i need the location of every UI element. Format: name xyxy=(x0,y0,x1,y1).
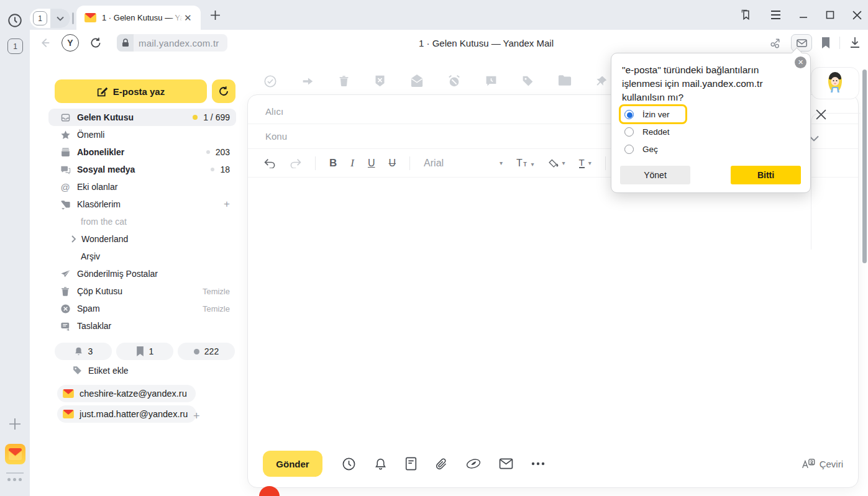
radio-icon[interactable] xyxy=(624,127,634,137)
rail-more-icon[interactable] xyxy=(7,478,22,481)
italic-icon[interactable]: I xyxy=(350,157,354,169)
sidebar-item-wonderland[interactable]: Wonderland xyxy=(48,230,236,248)
close-tab-icon[interactable]: ✕ xyxy=(184,12,192,24)
undo-icon[interactable] xyxy=(264,158,276,168)
delete-icon[interactable] xyxy=(338,74,350,88)
sidebar-item-from-the-cat[interactable]: from the cat xyxy=(48,213,236,230)
user-card[interactable] xyxy=(811,67,859,99)
sidebar-item-important[interactable]: Önemli xyxy=(48,126,236,143)
text-color-icon[interactable]: T▾ xyxy=(579,158,592,168)
sidebar-item-subscriptions[interactable]: Abonelikler 203 xyxy=(48,143,236,161)
downloads-icon[interactable] xyxy=(849,37,861,49)
notify-icon[interactable] xyxy=(374,457,387,471)
attach-from-disk-icon[interactable] xyxy=(466,458,481,470)
label-icon[interactable] xyxy=(521,74,534,88)
to-input[interactable] xyxy=(264,106,669,117)
clear-trash-link[interactable]: Temizle xyxy=(203,287,230,296)
add-folder-button[interactable]: + xyxy=(224,198,230,210)
history-icon[interactable] xyxy=(7,12,23,29)
sidebar-item-inbox[interactable]: Gelen Kutusu 1 / 699 xyxy=(48,109,236,126)
avatar[interactable] xyxy=(826,72,844,94)
star-icon xyxy=(60,130,71,140)
spam-action-icon[interactable] xyxy=(373,74,386,88)
compose-button[interactable]: E-posta yaz xyxy=(55,79,207,103)
sidebar-item-social[interactable]: Sosyal medya 18 xyxy=(48,161,236,178)
maximize-icon[interactable] xyxy=(826,11,834,19)
sidebar-item-my-folders[interactable]: Klasörlerim + xyxy=(48,196,236,213)
redo-icon[interactable] xyxy=(290,158,301,168)
new-tab-button[interactable] xyxy=(210,10,221,20)
attach-file-icon[interactable] xyxy=(435,457,448,471)
reminder-bubble-icon[interactable] xyxy=(485,74,498,88)
forward-icon[interactable] xyxy=(301,74,314,88)
reminders-counter[interactable]: 3 xyxy=(55,343,112,360)
bookmarks-counter[interactable]: 1 xyxy=(116,343,173,360)
share-icon[interactable] xyxy=(769,37,782,49)
template-icon[interactable] xyxy=(405,457,417,471)
check-circle-icon[interactable] xyxy=(263,74,277,88)
sidebar-item-archive[interactable]: Arşiv xyxy=(48,248,236,265)
reload-icon[interactable] xyxy=(89,37,102,49)
folder-label: Klasörlerim xyxy=(77,199,121,209)
underline-icon[interactable]: U xyxy=(368,158,375,169)
font-size-select[interactable]: Tт ▾ xyxy=(516,158,534,169)
account-hatter[interactable]: just.mad.hatter@yandex.ru xyxy=(57,405,196,423)
sidebar-item-sent[interactable]: Gönderilmiş Postalar xyxy=(48,265,236,282)
option-label: Reddet xyxy=(642,127,670,137)
add-label-text: Etiket ekle xyxy=(88,366,129,376)
close-window-icon[interactable] xyxy=(852,11,862,20)
active-tab[interactable]: 1 · Gelen Kutusu — Yand ✕ xyxy=(76,6,201,30)
bold-icon[interactable]: B xyxy=(329,157,337,169)
back-icon[interactable] xyxy=(37,36,51,50)
folder-count: 18 xyxy=(220,165,230,174)
send-button[interactable]: Gönder xyxy=(263,451,322,477)
clear-spam-link[interactable]: Temizle xyxy=(203,304,230,313)
minimize-icon[interactable] xyxy=(799,11,808,19)
yandex-browser-icon[interactable]: Y xyxy=(62,34,79,52)
sidebar-item-spam[interactable]: Spam Temizle xyxy=(48,300,236,317)
manage-button[interactable]: Yönet xyxy=(620,166,690,184)
add-label-button[interactable]: Etiket ekle xyxy=(72,365,129,376)
tab-group-chip[interactable]: 1 xyxy=(30,9,70,28)
sidebar-item-drafts[interactable]: Taslaklar xyxy=(48,317,236,335)
chevron-down-icon[interactable] xyxy=(50,9,70,28)
sidebar-item-trash[interactable]: Çöp Kutusu Temizle xyxy=(48,282,236,300)
chevron-down-icon[interactable]: ▾ xyxy=(500,160,503,166)
strikethrough-icon[interactable]: U xyxy=(389,158,396,169)
mark-read-icon[interactable] xyxy=(410,74,424,88)
dialog-close-icon[interactable]: ✕ xyxy=(795,56,806,68)
sidebar-item-with-attachments[interactable]: @ Eki olanlar xyxy=(48,178,236,196)
attach-from-mail-icon[interactable] xyxy=(499,458,513,469)
bookmarks-panel-icon[interactable] xyxy=(739,9,752,22)
lock-icon[interactable] xyxy=(117,34,134,52)
translate-button[interactable]: Çeviri xyxy=(802,458,843,469)
option-skip[interactable]: Geç xyxy=(619,140,658,159)
account-cheshire[interactable]: cheshire-katze@yandex.ru xyxy=(57,385,196,402)
move-folder-icon[interactable] xyxy=(558,74,572,88)
expand-folder-icon[interactable] xyxy=(71,235,76,243)
highlight-color-icon[interactable]: ▾ xyxy=(548,158,565,168)
protocol-permission-dialog: "e-posta" türündeki bağlantıların işlenm… xyxy=(611,53,811,193)
url-field[interactable]: mail.yandex.com.tr xyxy=(117,34,227,52)
subject-input[interactable] xyxy=(264,130,669,142)
menu-icon[interactable] xyxy=(770,11,781,19)
radio-icon[interactable] xyxy=(624,145,634,154)
pin-icon[interactable] xyxy=(595,74,608,88)
refresh-button[interactable] xyxy=(212,79,235,103)
close-compose-icon[interactable] xyxy=(815,109,827,120)
mute-icon[interactable] xyxy=(447,74,461,88)
bookmark-icon[interactable] xyxy=(821,37,830,48)
unread-counter[interactable]: 222 xyxy=(178,343,235,360)
page-scrollbar[interactable] xyxy=(862,70,867,263)
font-family-select[interactable]: Arial xyxy=(424,158,486,169)
option-allow[interactable]: İzin ver xyxy=(619,104,687,124)
tab-count-badge[interactable]: 1 xyxy=(7,38,23,54)
option-deny[interactable]: Reddet xyxy=(619,122,670,142)
radio-selected-icon[interactable] xyxy=(624,110,634,119)
yandex-mail-app-icon[interactable] xyxy=(5,444,25,464)
done-button[interactable]: Bitti xyxy=(731,166,801,184)
schedule-send-icon[interactable] xyxy=(342,457,356,471)
add-account-button[interactable]: + xyxy=(193,410,200,423)
rail-add-icon[interactable] xyxy=(7,417,22,431)
more-options-icon[interactable] xyxy=(531,462,545,466)
